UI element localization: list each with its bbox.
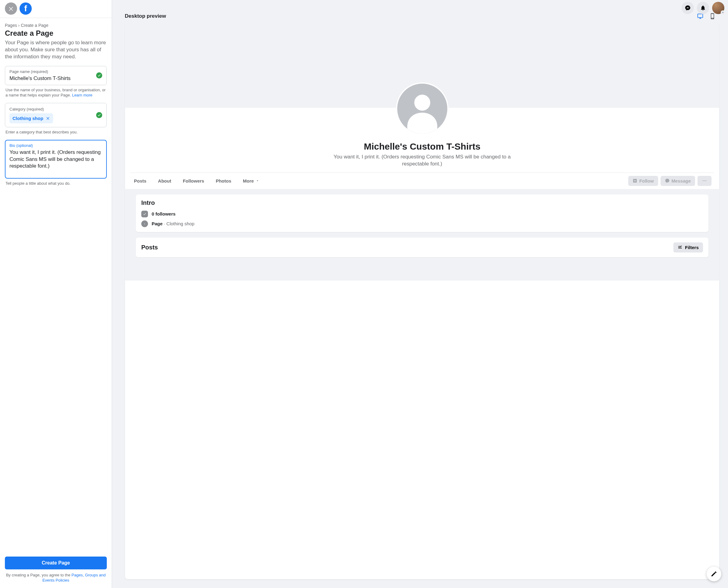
close-icon (8, 5, 14, 12)
bio-textarea[interactable] (9, 149, 102, 174)
preview-area: Desktop preview Michelle's Custom T-Shir… (112, 0, 728, 588)
page-tabs: Posts About Followers Photos More Follow (130, 172, 714, 189)
valid-check-icon (96, 72, 102, 79)
bell-icon (700, 5, 706, 11)
close-button[interactable] (5, 2, 17, 15)
bio-label: Bio (optional) (9, 143, 102, 148)
facebook-logo[interactable]: f (20, 2, 32, 15)
svg-point-4 (705, 181, 706, 181)
sidebar-header: f (0, 0, 112, 18)
tab-posts[interactable]: Posts (133, 175, 148, 187)
followers-icon (141, 211, 148, 217)
preview-header: Desktop preview (125, 13, 720, 20)
compose-fab[interactable] (707, 567, 721, 581)
avatar-placeholder-icon (397, 84, 447, 134)
tab-photos[interactable]: Photos (215, 175, 233, 187)
ellipsis-icon (702, 178, 707, 183)
tab-about[interactable]: About (157, 175, 172, 187)
breadcrumb[interactable]: Pages › Create a Page (5, 23, 107, 28)
learn-more-link[interactable]: Learn more (72, 93, 92, 98)
page-name-field[interactable]: Page name (required) Michelle's Custom T… (5, 66, 107, 85)
page-preview-card: Michelle's Custom T-Shirts You want it, … (125, 21, 720, 580)
svg-point-3 (704, 181, 705, 181)
intro-page-label: Page (152, 221, 163, 226)
chip-remove-icon[interactable] (46, 116, 50, 120)
category-chip-label: Clothing shop (13, 116, 43, 121)
category-chip[interactable]: Clothing shop (9, 113, 53, 123)
footer-note: By creating a Page, you agree to the Pag… (5, 572, 107, 583)
preview-page-bio: You want it, I print it. (Orders request… (322, 153, 523, 168)
tab-more[interactable]: More (242, 175, 261, 187)
page-name-helper: Use the name of your business, brand or … (5, 88, 106, 98)
more-actions-button[interactable] (698, 176, 711, 186)
bio-helper: Tell people a little about what you do. (5, 181, 106, 186)
profile-photo-placeholder (396, 82, 448, 135)
intro-followers-row: 0 followers (141, 211, 703, 217)
info-icon (141, 220, 148, 227)
messenger-button[interactable] (682, 2, 694, 14)
valid-check-icon (96, 112, 102, 118)
intro-card: Intro 0 followers Page · Clothing shop (136, 194, 708, 232)
messenger-icon (665, 178, 670, 183)
svg-point-2 (703, 181, 704, 181)
top-toolbar (682, 2, 724, 14)
tab-followers[interactable]: Followers (181, 175, 205, 187)
sidebar-content: Pages › Create a Page Create a Page Your… (0, 18, 112, 552)
page-subtitle: Your Page is where people go to learn mo… (5, 39, 107, 60)
chevron-down-icon (721, 10, 725, 15)
messenger-icon (685, 5, 691, 11)
create-page-sidebar: f Pages › Create a Page Create a Page Yo… (0, 0, 112, 588)
preview-wrap: Desktop preview Michelle's Custom T-Shir… (112, 0, 728, 588)
feed-area: Intro 0 followers Page · Clothing shop (125, 189, 720, 280)
caret-down-icon (256, 179, 259, 183)
filters-icon (678, 245, 683, 250)
category-label: Category (required) (9, 107, 102, 111)
filters-button[interactable]: Filters (674, 243, 703, 252)
page-title: Create a Page (5, 29, 107, 38)
posts-card: Posts Filters (136, 237, 708, 257)
svg-point-1 (414, 94, 430, 110)
edit-icon (711, 571, 717, 577)
preview-page-name: Michelle's Custom T-Shirts (135, 141, 709, 152)
category-helper: Enter a category that best describes you… (5, 130, 106, 135)
posts-title: Posts (141, 244, 158, 251)
category-field[interactable]: Category (required) Clothing shop (5, 103, 107, 127)
intro-followers-text: 0 followers (152, 211, 175, 216)
page-name-label: Page name (required) (9, 69, 102, 74)
intro-page-row: Page · Clothing shop (141, 220, 703, 227)
page-name-value: Michelle's Custom T-Shirts (9, 75, 102, 82)
create-page-button[interactable]: Create Page (5, 556, 107, 569)
notifications-button[interactable] (697, 2, 709, 14)
message-button[interactable]: Message (661, 176, 695, 186)
bio-field[interactable]: Bio (optional) (5, 140, 107, 178)
preview-title: Desktop preview (125, 13, 166, 19)
intro-title: Intro (141, 200, 703, 206)
follow-plus-icon (633, 178, 637, 183)
sidebar-footer: Create Page By creating a Page, you agre… (0, 552, 112, 588)
intro-page-category: · Clothing shop (163, 221, 194, 226)
follow-button[interactable]: Follow (628, 176, 658, 186)
account-menu[interactable] (712, 2, 724, 14)
